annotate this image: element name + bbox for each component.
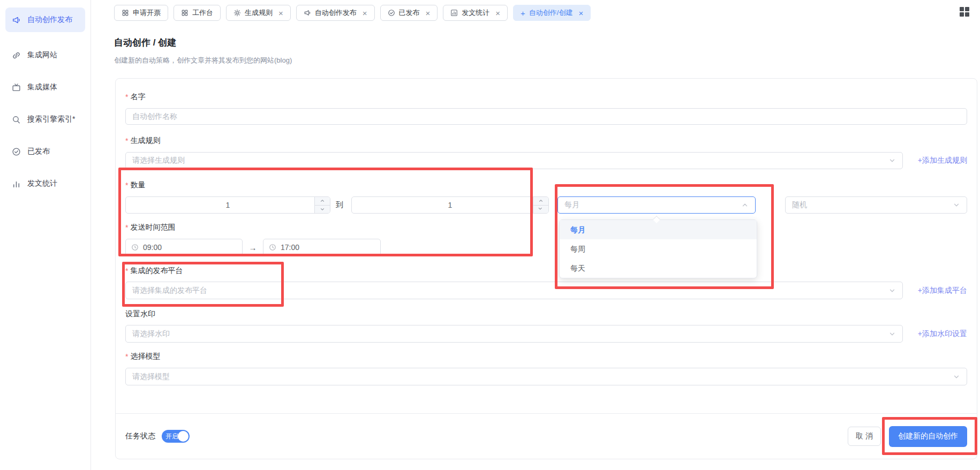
schedule-dropdown-panel: 每月 每周 每天 — [559, 219, 757, 278]
tab-apply-invoice[interactable]: 申请开票 — [114, 5, 168, 21]
required-asterisk: * — [125, 223, 128, 232]
name-placeholder: 自动创作名称 — [132, 112, 177, 122]
tab-workbench[interactable]: 工作台 — [174, 5, 221, 21]
close-icon[interactable]: × — [578, 9, 583, 17]
tab-label: 工作台 — [192, 8, 213, 18]
create-form-card: * 名字 自动创作名称 * 生成规则 请选择生成规则 +添加生成规则 * 数量 … — [115, 78, 977, 459]
chevron-up-icon — [741, 201, 749, 209]
stepper-down-button[interactable] — [533, 206, 548, 214]
dropdown-option-monthly[interactable]: 每月 — [560, 220, 757, 239]
search-icon — [12, 115, 21, 124]
chevron-down-icon — [953, 201, 960, 209]
add-watermark-link[interactable]: +添加水印设置 — [910, 329, 967, 339]
tab-label: 自动创作发布 — [315, 8, 357, 18]
model-select[interactable]: 请选择模型 — [125, 368, 967, 385]
page-subtitle: 创建新的自动策略，创作文章并将其发布到您的网站(blog) — [114, 56, 292, 65]
random-mode-select[interactable]: 随机 — [785, 196, 967, 214]
dropdown-option-weekly[interactable]: 每周 — [560, 239, 757, 259]
sidebar-item-published[interactable]: 已发布 — [5, 139, 85, 164]
required-asterisk: * — [125, 181, 128, 189]
tv-icon — [12, 83, 21, 92]
sidebar-item-label: 集成网站 — [27, 50, 57, 60]
sidebar-item-label: 自动创作发布 — [27, 15, 72, 25]
tab-label: 发文统计 — [462, 8, 489, 18]
watermark-select[interactable]: 请选择水印 — [125, 325, 903, 343]
name-label: * 名字 — [125, 93, 967, 101]
close-icon[interactable]: × — [495, 9, 500, 17]
tab-bar: 申请开票 工作台 生成规则 × 自动创作发布 × 已发布 × 发文统计 × + … — [92, 0, 980, 25]
page-head: 自动创作 / 创建 创建新的自动策略，创作文章并将其发布到您的网站(blog) — [114, 36, 292, 65]
megaphone-icon — [12, 16, 21, 25]
link-icon — [12, 51, 21, 60]
end-time-input[interactable]: 17:00 — [263, 239, 381, 256]
cancel-button[interactable]: 取 消 — [848, 427, 881, 446]
sidebar-item-integrated-sites[interactable]: 集成网站 — [5, 43, 85, 67]
sidebar-item-label: 发文统计 — [27, 179, 57, 188]
grid-icon — [122, 9, 129, 17]
bar-chart-boxed-icon — [450, 9, 458, 17]
chevron-down-icon — [888, 157, 896, 164]
sidebar-item-post-stats[interactable]: 发文统计 — [5, 171, 85, 196]
check-circle-icon — [12, 147, 21, 156]
tab-generation-rules[interactable]: 生成规则 × — [226, 5, 291, 21]
add-rule-link[interactable]: +添加生成规则 — [910, 156, 967, 165]
name-input[interactable]: 自动创作名称 — [125, 108, 967, 125]
layout-grid-icon[interactable] — [960, 7, 969, 17]
sidebar-item-label: 集成媒体 — [27, 82, 57, 92]
bar-chart-icon — [12, 179, 21, 188]
toggle-knob — [178, 431, 189, 442]
tab-auto-create-new[interactable]: + 自动创作/创建 × — [513, 5, 591, 21]
grid-icon — [181, 9, 189, 17]
close-icon[interactable]: × — [363, 9, 367, 17]
schedule-select[interactable]: 每月 — [557, 196, 756, 214]
sidebar-item-auto-create-publish[interactable]: 自动创作发布 — [5, 7, 85, 32]
quantity-to-stepper[interactable]: 1 — [351, 196, 549, 214]
sidebar-item-label: 搜索引擎索引* — [27, 115, 75, 124]
task-status-toggle[interactable]: 开启 — [162, 430, 190, 443]
chevron-down-icon — [888, 287, 896, 294]
tab-published[interactable]: 已发布 × — [380, 5, 438, 21]
task-status-label: 任务状态 — [125, 431, 155, 441]
gear-icon — [233, 9, 241, 17]
sidebar-item-search-index[interactable]: 搜索引擎索引* — [5, 107, 85, 132]
toggle-on-label: 开启 — [165, 432, 178, 441]
page-title: 自动创作 / 创建 — [114, 36, 292, 49]
tab-label: 申请开票 — [133, 8, 161, 18]
stepper-controls — [314, 197, 330, 213]
stepper-down-button[interactable] — [315, 206, 330, 214]
quantity-joiner-text: 到 — [336, 200, 343, 210]
form-footer: 任务状态 开启 取 消 创建新的自动创作 — [116, 413, 977, 459]
clock-icon — [269, 244, 276, 251]
sidebar-item-label: 已发布 — [27, 147, 50, 156]
dropdown-option-daily[interactable]: 每天 — [560, 259, 757, 278]
model-label: * 选择模型 — [125, 352, 967, 361]
required-asterisk: * — [125, 93, 128, 101]
create-auto-creation-button[interactable]: 创建新的自动创作 — [889, 426, 967, 447]
chevron-down-icon — [953, 373, 960, 381]
rule-label: * 生成规则 — [125, 137, 967, 145]
add-platform-link[interactable]: +添加集成平台 — [910, 286, 967, 295]
stepper-controls — [533, 197, 548, 213]
stepper-up-button[interactable] — [315, 197, 330, 206]
required-asterisk: * — [125, 137, 128, 145]
arrow-right-icon: → — [246, 243, 260, 252]
rule-select[interactable]: 请选择生成规则 — [125, 152, 903, 169]
sidebar-item-integrated-media[interactable]: 集成媒体 — [5, 75, 85, 100]
tab-auto-create-publish[interactable]: 自动创作发布 × — [296, 5, 375, 21]
required-asterisk: * — [125, 267, 128, 275]
close-icon[interactable]: × — [426, 9, 431, 17]
tab-label: 自动创作/创建 — [529, 8, 573, 18]
stepper-up-button[interactable] — [533, 197, 548, 206]
quantity-from-stepper[interactable]: 1 — [125, 196, 330, 214]
time-range-label: * 发送时间范围 — [125, 223, 967, 232]
quantity-label: * 数量 — [125, 181, 967, 189]
start-time-input[interactable]: 09:00 — [125, 239, 243, 256]
tab-label: 生成规则 — [245, 8, 273, 18]
clock-icon — [131, 244, 139, 251]
megaphone-icon — [304, 9, 311, 17]
required-asterisk: * — [125, 352, 128, 361]
close-icon[interactable]: × — [278, 9, 283, 17]
platform-select[interactable]: 请选择集成的发布平台 — [125, 282, 903, 299]
tab-post-stats[interactable]: 发文统计 × — [443, 5, 508, 21]
tab-label: 已发布 — [399, 8, 420, 18]
